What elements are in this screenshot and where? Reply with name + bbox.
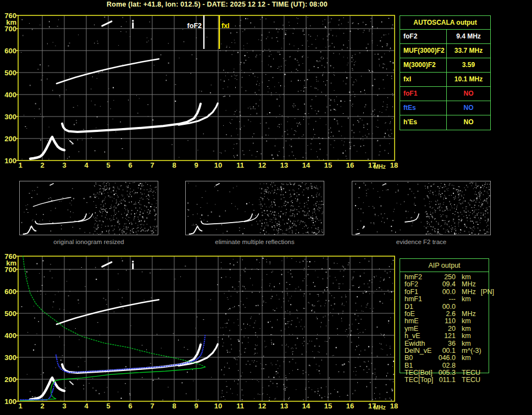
param-unit: TECU	[462, 369, 480, 377]
axis-labels: 760700600500400300200100km12345678910111…	[4, 12, 398, 170]
table-row: B0046.0km	[400, 355, 489, 362]
table-row: ftEs NO	[400, 101, 490, 115]
param-label: fxI	[400, 73, 447, 86]
param-name: ymE	[400, 325, 437, 333]
x-tick-label: 14	[302, 161, 311, 169]
param-unit: km	[462, 325, 471, 333]
x-tick-label: 14	[302, 402, 311, 410]
x-tick-label: 10	[214, 161, 222, 169]
y-tick-label: 600	[4, 47, 16, 55]
x-axis-unit: MHz	[374, 163, 386, 170]
param-value: 011.1	[437, 377, 456, 384]
param-name: foE	[400, 311, 437, 318]
thumbnail-eliminate-reflections	[185, 181, 324, 235]
table-row: TEC[Bot]005.3TECU	[400, 369, 489, 377]
ionogram-traces	[30, 20, 218, 158]
param-value: 2.6	[437, 311, 456, 318]
param-name: foF2	[400, 281, 437, 288]
x-tick-label: 9	[194, 402, 198, 410]
param-value: 250	[437, 274, 456, 281]
autoscala-table-title: AUTOSCALA output	[400, 16, 490, 30]
y-tick-label: 500	[4, 309, 16, 318]
param-value: NO	[447, 115, 490, 130]
param-name: TEC[Bot]	[400, 369, 437, 377]
param-label: MUF(3000)F2	[400, 44, 447, 58]
x-tick-label: 7	[150, 402, 154, 410]
x-tick-label: 16	[346, 402, 354, 410]
param-name: D1	[400, 303, 437, 311]
table-row: MUF(3000)F2 33.7 MHz	[400, 44, 490, 58]
table-row: TEC[Top]011.1TECU	[400, 377, 489, 384]
table-row: foE2.6MHz	[400, 311, 489, 318]
x-tick-label: 15	[324, 161, 332, 169]
x-tick-label: 4	[84, 161, 88, 169]
bottom-ionogram-plot: 760700600500400300200100km12345678910111…	[4, 252, 398, 411]
ionogram-traces	[30, 261, 218, 399]
x-tick-label: 9	[194, 161, 198, 169]
table-row: foF1 NO	[400, 87, 490, 101]
param-name: DelN_vE	[400, 347, 437, 355]
thumbnail-original-ionogram	[19, 181, 158, 235]
y-tick-label: 300	[4, 113, 16, 121]
grid	[18, 256, 395, 401]
fof2-marker-label: foF2	[187, 22, 202, 30]
table-row: h'Es NO	[400, 115, 490, 130]
x-axis-unit: MHz	[374, 404, 386, 411]
param-value: 20	[437, 325, 456, 333]
param-value: 00.0	[437, 303, 456, 311]
x-tick-label: 12	[258, 161, 266, 169]
x-tick-label: 7	[150, 161, 154, 169]
x-tick-label: 1	[18, 402, 22, 410]
param-value: 121	[437, 333, 456, 340]
x-tick-label: 10	[214, 402, 222, 410]
table-row: Ewidth36km	[400, 340, 489, 347]
y-tick-label: 200	[4, 135, 16, 143]
table-row: hmE110km	[400, 318, 489, 325]
table-row: DelN_vE00.1m^(-3)	[400, 347, 489, 355]
axis-labels: 760700600500400300200100km12345678910111…	[4, 252, 398, 411]
y-tick-label: 100	[4, 397, 16, 406]
table-row: B102.8	[400, 362, 489, 369]
param-value: 09.4	[437, 281, 456, 288]
x-tick-label: 15	[324, 402, 332, 410]
param-value: 33.7 MHz	[447, 44, 490, 58]
x-tick-label: 8	[172, 161, 176, 169]
param-value: 3.59	[447, 58, 490, 72]
table-row: h_vE121km	[400, 333, 489, 340]
param-note: [PN]	[481, 289, 494, 296]
x-tick-label: 5	[106, 402, 110, 410]
grid	[18, 15, 395, 161]
y-tick-label: 600	[4, 287, 16, 296]
y-tick-label: 500	[4, 69, 16, 77]
i-artifact	[132, 263, 134, 269]
param-unit: MHz	[462, 281, 476, 288]
y-axis-unit: km	[6, 18, 16, 26]
x-tick-label: 5	[106, 161, 110, 169]
x-tick-label: 3	[62, 402, 66, 410]
param-name: B1	[400, 362, 437, 369]
aip-table-title: AIP output	[400, 259, 489, 272]
table-row: foF100.0MHz[PN]	[400, 289, 489, 296]
thumbnail-plot	[186, 181, 324, 235]
param-unit: km	[462, 333, 471, 340]
y-tick-label: 400	[4, 331, 16, 340]
table-row: ymE20km	[400, 325, 489, 333]
x-tick-label: 13	[280, 161, 288, 169]
table-row: foF2 9.4 MHz	[400, 30, 490, 44]
fxi-marker-label: fxI	[221, 22, 230, 30]
param-label: foF2	[400, 30, 447, 43]
x-tick-label: 4	[84, 402, 88, 410]
thumbnail-plot	[352, 181, 490, 235]
param-unit: km	[462, 340, 471, 347]
x-tick-label: 2	[40, 402, 44, 410]
thumbnail-plot	[20, 181, 158, 235]
x-tick-label: 11	[236, 161, 244, 169]
param-value: 10.1 MHz	[447, 73, 490, 86]
table-row: D100.0	[400, 303, 489, 311]
top-ionogram-plot: 760700600500400300200100km12345678910111…	[4, 12, 398, 170]
thumbnail-caption: evidence F2 trace	[352, 239, 491, 245]
param-value: 00.1	[437, 347, 456, 355]
param-name: hmE	[400, 318, 437, 325]
param-value: 00.0	[437, 289, 456, 296]
param-unit: m^(-3)	[462, 347, 481, 355]
